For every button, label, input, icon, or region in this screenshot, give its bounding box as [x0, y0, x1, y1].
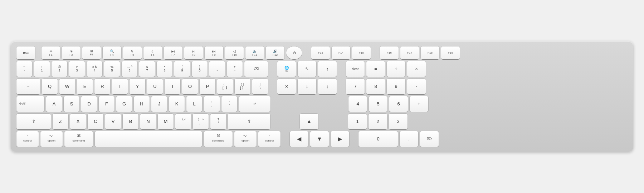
key-arrow-up-num[interactable]: ↑ [318, 61, 337, 77]
key-q[interactable]: Q [42, 79, 58, 94]
key-numpad-6[interactable]: 6 [389, 96, 408, 112]
key-numpad-equals[interactable]: = [366, 61, 385, 77]
key-f18[interactable]: F18 [421, 46, 439, 59]
key-num-globe[interactable]: ↖ [298, 61, 316, 77]
key-page-down2[interactable]: ↓ [318, 79, 337, 94]
key-backtick[interactable]: ~· [16, 61, 32, 77]
key-f14[interactable]: F14 [332, 46, 350, 59]
key-return[interactable]: ↵ [239, 96, 270, 112]
key-0[interactable]: )0 [192, 61, 208, 77]
key-f15[interactable]: F15 [352, 46, 371, 59]
key-p[interactable]: P [200, 79, 215, 94]
key-f5[interactable]: 🎙F5 [123, 46, 142, 59]
key-tab[interactable]: → [16, 79, 40, 94]
key-f4[interactable]: 🔍F4 [103, 46, 121, 59]
key-numpad-decimal[interactable]: . [400, 131, 418, 147]
key-shift-left[interactable]: ⇧ [16, 114, 51, 129]
key-numpad-divide[interactable]: ÷ [387, 61, 405, 77]
key-b[interactable]: B [123, 114, 138, 129]
key-numpad-7[interactable]: 7 [346, 79, 365, 94]
key-arrow-left[interactable]: ◀ [290, 131, 308, 147]
key-3[interactable]: #3 [69, 61, 85, 77]
key-f19[interactable]: F19 [441, 46, 460, 59]
key-g[interactable]: G [116, 96, 132, 112]
key-x[interactable]: X [70, 114, 86, 129]
key-f7[interactable]: ⏮F7 [164, 46, 182, 59]
key-power[interactable]: ⏻ [286, 46, 302, 59]
key-c[interactable]: C [88, 114, 103, 129]
key-minus[interactable]: —- [209, 61, 225, 77]
key-h[interactable]: H [134, 96, 150, 112]
key-1[interactable]: !1 [34, 61, 50, 77]
key-numpad-clear[interactable]: clear [346, 61, 365, 77]
key-f8[interactable]: ⏯F8 [184, 46, 203, 59]
key-semicolon[interactable]: :; [204, 96, 220, 112]
key-numpad-1[interactable]: 1 [348, 114, 367, 129]
key-esc[interactable]: esc [16, 46, 35, 59]
key-o[interactable]: O [182, 79, 198, 94]
key-k[interactable]: K [169, 96, 185, 112]
key-control-left[interactable]: ^control [16, 131, 39, 147]
key-option-left[interactable]: ⌥option [40, 131, 63, 147]
key-e[interactable]: E [77, 79, 93, 94]
key-space[interactable] [95, 131, 202, 147]
key-y[interactable]: Y [130, 79, 145, 94]
key-caps-lock[interactable]: 中/英 [16, 96, 44, 112]
key-f6[interactable]: ☾F6 [143, 46, 162, 59]
key-globe-fn[interactable]: 🌐fn [277, 61, 296, 77]
key-5[interactable]: %5 [104, 61, 120, 77]
key-numpad-plus[interactable]: + [410, 96, 428, 112]
key-arrow-up[interactable]: ▲ [300, 114, 318, 129]
key-6[interactable]: … ^6 [122, 61, 137, 77]
key-f9[interactable]: ⏭F9 [205, 46, 223, 59]
key-option-right[interactable]: ⌥option [234, 131, 257, 147]
key-numpad-8[interactable]: 8 [366, 79, 385, 94]
key-i[interactable]: I [165, 79, 180, 94]
key-arrow-down[interactable]: ▼ [310, 131, 329, 147]
key-numpad-minus[interactable]: - [407, 79, 426, 94]
key-quote[interactable]: "' [221, 96, 237, 112]
key-t[interactable]: T [112, 79, 128, 94]
key-u[interactable]: U [147, 79, 163, 94]
key-z[interactable]: Z [53, 114, 68, 129]
key-numpad-0[interactable]: 0 [358, 131, 398, 147]
key-arrow-right[interactable]: ▶ [331, 131, 349, 147]
key-command-left[interactable]: ⌘command [64, 131, 93, 147]
key-numpad-9[interactable]: 9 [387, 79, 405, 94]
key-f10[interactable]: ◁F10 [225, 46, 244, 59]
key-f2[interactable]: ☀F2 [62, 46, 80, 59]
key-numpad-multiply[interactable]: × [407, 61, 426, 77]
key-l[interactable]: L [186, 96, 202, 112]
key-control-right[interactable]: ^control [258, 131, 280, 147]
key-numpad-5[interactable]: 5 [369, 96, 387, 112]
key-delete[interactable]: ⌫ [244, 61, 268, 77]
key-bracket-right[interactable]: } ]] 】 [235, 79, 250, 94]
key-m[interactable]: M [158, 114, 174, 129]
key-numpad-del[interactable]: ⌦ [420, 131, 439, 147]
key-numpad-3[interactable]: 3 [389, 114, 408, 129]
key-a[interactable]: A [46, 96, 62, 112]
key-bracket-left[interactable]: { [[ 【 [217, 79, 233, 94]
key-f3[interactable]: ⊞F3 [82, 46, 101, 59]
key-f13[interactable]: F13 [311, 46, 330, 59]
key-r[interactable]: R [94, 79, 110, 94]
key-s[interactable]: S [64, 96, 79, 112]
key-9[interactable]: (9 [174, 61, 190, 77]
key-f[interactable]: F [99, 96, 114, 112]
key-2[interactable]: @2 [52, 61, 67, 77]
key-w[interactable]: W [59, 79, 75, 94]
key-numpad-4[interactable]: 4 [348, 96, 367, 112]
key-backslash[interactable]: |\ [252, 79, 268, 94]
key-period[interactable]: 》 >。 [193, 114, 209, 129]
key-f12[interactable]: 🔊F12 [266, 46, 284, 59]
key-4[interactable]: ¥ $4 [87, 61, 102, 77]
key-f17[interactable]: F17 [400, 46, 419, 59]
key-v[interactable]: V [105, 114, 121, 129]
key-j[interactable]: J [151, 96, 167, 112]
key-7[interactable]: &7 [139, 61, 155, 77]
key-comma[interactable]: 《 <， [175, 114, 191, 129]
key-clear-x[interactable]: ✕ [277, 79, 296, 94]
key-numpad-2[interactable]: 2 [369, 114, 387, 129]
key-d[interactable]: D [81, 96, 97, 112]
key-f1[interactable]: ☀F1 [42, 46, 60, 59]
